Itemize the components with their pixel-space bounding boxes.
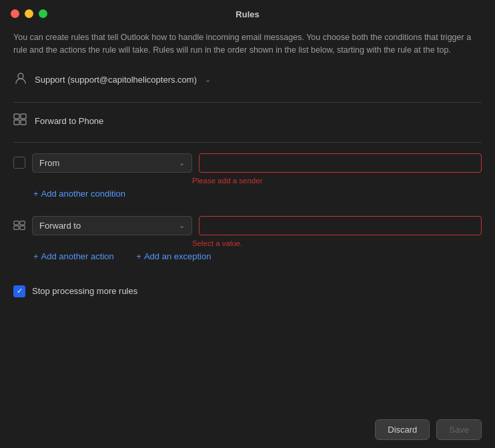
action-dropdown-label: Forward to — [39, 221, 81, 231]
action-value-input[interactable] — [199, 216, 482, 235]
action-section: Forward to ⌄ Select a value. + Add anoth… — [13, 216, 482, 272]
condition-section: From ⌄ Please add a sender + Add another… — [13, 153, 482, 209]
rule-name-input[interactable] — [35, 116, 482, 126]
svg-rect-8 — [20, 226, 25, 229]
stop-processing-row: Stop processing more rules — [13, 285, 482, 297]
add-exception-plus-icon: + — [136, 251, 141, 261]
main-content: You can create rules that tell Outlook h… — [0, 26, 495, 308]
account-icon — [13, 71, 28, 89]
discard-button[interactable]: Discard — [375, 419, 430, 440]
add-exception-link[interactable]: + Add an exception — [136, 251, 211, 261]
condition-chevron-icon: ⌄ — [179, 159, 185, 167]
svg-rect-2 — [14, 120, 19, 125]
svg-rect-7 — [14, 226, 19, 229]
add-condition-link[interactable]: + Add another condition — [33, 189, 125, 199]
svg-point-0 — [18, 73, 23, 79]
window-title: Rules — [235, 9, 259, 19]
action-dropdown[interactable]: Forward to ⌄ — [32, 216, 192, 235]
svg-rect-5 — [14, 221, 19, 225]
close-button[interactable] — [11, 9, 19, 18]
add-condition-label: Add another condition — [41, 189, 125, 199]
condition-error: Please add a sender — [192, 177, 482, 185]
action-icon — [13, 220, 25, 231]
rule-name-icon — [13, 113, 28, 129]
svg-rect-6 — [20, 221, 25, 225]
stop-processing-label: Stop processing more rules — [32, 286, 137, 296]
description-text: You can create rules that tell Outlook h… — [13, 31, 482, 57]
add-action-label: Add another action — [41, 251, 114, 261]
rule-name-row — [13, 113, 482, 129]
maximize-button[interactable] — [39, 9, 47, 18]
stop-processing-checkbox[interactable] — [13, 285, 25, 297]
divider — [13, 102, 482, 103]
condition-value-input[interactable] — [199, 153, 482, 173]
add-exception-label: Add an exception — [144, 251, 211, 261]
condition-dropdown-label: From — [39, 158, 59, 168]
add-condition-plus-icon: + — [33, 189, 39, 199]
action-error: Select a value. — [192, 239, 482, 247]
save-button[interactable]: Save — [436, 419, 482, 440]
divider-2 — [13, 142, 482, 143]
svg-rect-4 — [21, 120, 26, 125]
minimize-button[interactable] — [25, 9, 33, 18]
svg-rect-1 — [14, 114, 19, 119]
footer: Discard Save — [0, 411, 495, 448]
add-action-plus-icon: + — [33, 251, 39, 261]
add-action-link[interactable]: + Add another action — [33, 251, 114, 261]
svg-rect-3 — [21, 114, 26, 119]
account-label: Support (support@capitolhelicopters.com) — [35, 75, 197, 85]
window-controls — [11, 9, 47, 18]
account-row: Support (support@capitolhelicopters.com)… — [13, 71, 482, 89]
condition-dropdown[interactable]: From ⌄ — [32, 153, 192, 173]
condition-checkbox[interactable] — [13, 157, 25, 169]
action-row: Forward to ⌄ — [13, 216, 482, 235]
account-chevron-icon: ⌄ — [205, 75, 211, 84]
condition-row: From ⌄ — [13, 153, 482, 173]
titlebar: Rules — [0, 0, 495, 26]
action-chevron-icon: ⌄ — [179, 221, 185, 230]
